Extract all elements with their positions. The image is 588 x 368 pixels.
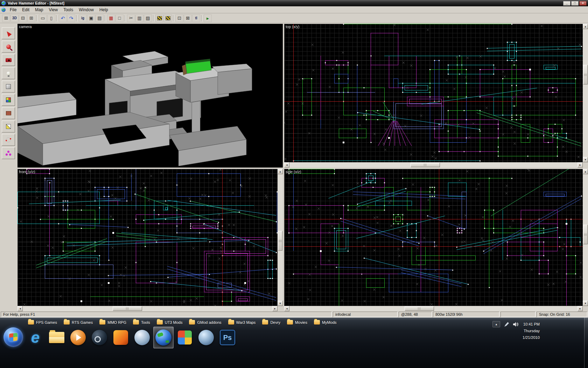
taskbar-steam[interactable] [89, 327, 110, 348]
front-vertical-scrollbar[interactable]: ▴ ▾ [278, 169, 283, 306]
scroll-thumb[interactable] [113, 306, 142, 311]
side-viewport-canvas[interactable] [284, 169, 583, 306]
scroll-track[interactable] [583, 174, 588, 301]
toggle-cordon-button[interactable] [155, 14, 163, 22]
undo-button[interactable]: ↶ [59, 14, 67, 22]
toggle-3d-grid-button[interactable]: 3D [10, 14, 19, 22]
show-desktop-button[interactable] [584, 318, 588, 368]
save-window-state-button[interactable]: ▯ [47, 14, 55, 22]
texture-application-tool[interactable] [2, 94, 15, 106]
scroll-track[interactable] [23, 306, 272, 311]
larger-grid-button[interactable]: ⊞ [27, 14, 35, 22]
ignore-groups-button[interactable]: ig [79, 14, 87, 22]
menu-help[interactable]: Help [97, 7, 111, 13]
taskbar-folder-tools[interactable]: Tools [133, 320, 150, 325]
make-hollow-button[interactable]: □ [115, 14, 124, 22]
scroll-right-button[interactable]: ▸ [578, 162, 583, 168]
camera-viewport[interactable]: camera [18, 24, 283, 168]
taskbar-internet-explorer[interactable]: e [25, 327, 46, 348]
redo-button[interactable]: ↷ [67, 14, 75, 22]
magnify-tool[interactable] [2, 41, 15, 53]
ungroup-button[interactable]: ▤ [96, 14, 104, 22]
scroll-up-button[interactable]: ▴ [583, 169, 588, 174]
top-viewport-canvas[interactable] [284, 24, 583, 162]
scroll-down-button[interactable]: ▾ [278, 301, 283, 306]
vertex-tool[interactable] [2, 134, 15, 146]
smaller-grid-button[interactable]: ⊟ [19, 14, 27, 22]
volume-icon[interactable] [513, 322, 518, 327]
path-tool[interactable] [2, 147, 15, 159]
taskbar-folder-rts-games[interactable]: RTS Games [64, 320, 93, 325]
scroll-down-button[interactable]: ▾ [583, 157, 588, 162]
scroll-track[interactable] [289, 306, 578, 311]
maximize-button[interactable]: □ [571, 1, 579, 6]
taskbar-folder-fps-games[interactable]: FPS Games [28, 320, 57, 325]
taskbar-folder-mmo-rpg[interactable]: MMO RPG [99, 320, 126, 325]
edit-cordon-button[interactable] [164, 14, 172, 22]
run-map-button[interactable]: ▸ [204, 14, 212, 22]
taskbar-media-player[interactable] [68, 327, 88, 348]
taskbar-valve-hammer[interactable] [153, 327, 174, 348]
scroll-track[interactable] [583, 29, 588, 157]
scroll-thumb[interactable] [405, 306, 434, 311]
scroll-track[interactable] [278, 174, 283, 301]
front-viewport[interactable]: front (y/z) ▴ ▾ ◂ ▸ [18, 169, 283, 311]
entity-tool[interactable] [2, 67, 15, 79]
selection-tool[interactable] [2, 27, 15, 39]
paste-button[interactable]: ▨ [144, 14, 152, 22]
front-viewport-canvas[interactable] [18, 169, 278, 306]
texture-lock-button[interactable]: tl [192, 14, 200, 22]
top-vertical-scrollbar[interactable]: ▴ ▾ [583, 24, 588, 162]
taskbar-photoshop[interactable]: Ps [217, 327, 238, 348]
cut-button[interactable]: ✂ [127, 14, 135, 22]
scroll-left-button[interactable]: ◂ [284, 306, 289, 311]
block-tool[interactable] [2, 81, 15, 93]
taskbar-game-launcher[interactable] [111, 327, 131, 348]
apply-decals-tool[interactable] [2, 107, 15, 119]
clock[interactable]: 10:41 PM Thursday 1/21/2010 [523, 321, 540, 341]
menu-map[interactable]: Map [32, 7, 46, 13]
taskbar-folder-movies[interactable]: Movies [287, 320, 307, 325]
tablet-pen-icon[interactable] [504, 322, 509, 327]
title-bar[interactable]: Valve Hammer Editor - [NStest] _ □ × [0, 0, 588, 6]
scroll-down-button[interactable]: ▾ [583, 301, 588, 306]
side-vertical-scrollbar[interactable]: ▴ ▾ [583, 169, 588, 306]
scroll-thumb[interactable] [411, 163, 440, 167]
scroll-up-button[interactable]: ▴ [278, 169, 283, 174]
minimize-button[interactable]: _ [563, 1, 570, 6]
clipping-tool[interactable] [2, 121, 15, 132]
scroll-right-button[interactable]: ▸ [272, 306, 278, 311]
copy-button[interactable]: ▥ [135, 14, 144, 22]
taskbar-chat-app[interactable] [196, 327, 216, 348]
menu-view[interactable]: View [46, 7, 61, 13]
taskbar-windows-explorer[interactable] [47, 327, 67, 348]
scroll-thumb[interactable] [278, 231, 282, 251]
hidden-icons-button[interactable]: ▴ [492, 321, 500, 327]
taskbar-voice-app[interactable] [132, 327, 152, 348]
front-horizontal-scrollbar[interactable]: ◂ ▸ [18, 306, 278, 311]
side-horizontal-scrollbar[interactable]: ◂ ▸ [284, 306, 583, 311]
scroll-track[interactable] [289, 162, 578, 168]
close-button[interactable]: × [579, 1, 587, 6]
camera-tool[interactable] [2, 54, 15, 66]
toggle-grid-button[interactable]: ⊞ [2, 14, 10, 22]
side-viewport[interactable]: side (x/z) ▴ ▾ ◂ ▸ [284, 169, 588, 311]
taskbar-folder-ut3-mods[interactable]: UT3 Mods [157, 320, 183, 325]
start-button[interactable] [4, 327, 23, 347]
taskbar-folder-gmod-addons[interactable]: GMod addons [189, 320, 221, 325]
top-viewport[interactable]: top (x/y) ▴ ▾ ◂ ▸ [284, 24, 588, 168]
menu-file[interactable]: File [7, 7, 19, 13]
load-window-state-button[interactable]: ▭ [39, 14, 47, 22]
menu-edit[interactable]: Edit [19, 7, 32, 13]
camera-3d-render[interactable] [18, 24, 283, 168]
menu-tools[interactable]: Tools [61, 7, 76, 13]
taskbar-folder-mymods[interactable]: MyMods [314, 320, 337, 325]
scroll-thumb[interactable] [583, 225, 588, 244]
scroll-up-button[interactable]: ▴ [583, 24, 588, 29]
scroll-thumb[interactable] [583, 65, 588, 84]
group-button[interactable]: ▣ [87, 14, 95, 22]
carve-button[interactable]: ▦ [107, 14, 115, 22]
taskbar-folder-devry[interactable]: Devry [262, 320, 280, 325]
menu-window[interactable]: Window [76, 7, 97, 13]
top-horizontal-scrollbar[interactable]: ◂ ▸ [284, 162, 583, 168]
